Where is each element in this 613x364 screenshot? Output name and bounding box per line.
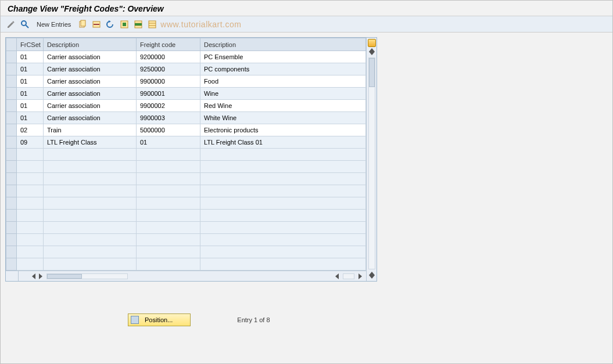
cell-fcode[interactable]: 9200000	[137, 51, 200, 63]
cell-fcode[interactable]	[137, 222, 200, 234]
cell-desc2[interactable]	[200, 197, 366, 210]
cell-frcset[interactable]	[17, 258, 44, 271]
row-selector[interactable]	[6, 112, 17, 124]
cell-desc2[interactable]: White Wine	[200, 112, 366, 124]
cell-desc1[interactable]	[44, 258, 137, 271]
row-selector[interactable]	[6, 197, 17, 210]
cell-fcode[interactable]	[137, 246, 200, 258]
cell-fcode[interactable]: 9900001	[137, 88, 200, 100]
new-entries-button[interactable]: New Entries	[34, 19, 73, 30]
cell-desc2[interactable]: LTL Freight Class 01	[200, 136, 366, 149]
cell-frcset[interactable]: 01	[17, 51, 44, 63]
row-selector-header[interactable]	[6, 38, 17, 51]
row-selector[interactable]	[6, 100, 17, 112]
cell-desc1[interactable]	[44, 149, 137, 161]
delete-icon[interactable]	[92, 19, 101, 30]
cell-frcset[interactable]	[17, 161, 44, 173]
hscroll-track-left[interactable]	[46, 273, 128, 279]
cell-desc1[interactable]	[44, 222, 137, 234]
cell-desc2[interactable]: PC components	[200, 63, 366, 75]
cell-frcset[interactable]	[17, 173, 44, 185]
cell-fcode[interactable]	[137, 234, 200, 246]
col-header-frcset[interactable]: FrCSet	[17, 38, 44, 51]
toggle-change-icon[interactable]	[6, 19, 16, 30]
row-selector[interactable]	[6, 149, 17, 161]
row-selector[interactable]	[6, 63, 17, 75]
cell-desc2[interactable]: Food	[200, 75, 366, 88]
select-all-icon[interactable]	[120, 19, 129, 30]
col-header-desc2[interactable]: Description	[200, 38, 366, 51]
scroll-left-icon[interactable]	[32, 273, 35, 279]
row-selector[interactable]	[6, 258, 17, 271]
cell-fcode[interactable]	[137, 173, 200, 185]
cell-desc2[interactable]: Wine	[200, 88, 366, 100]
cell-desc1[interactable]: Carrier association	[44, 100, 137, 112]
row-selector[interactable]	[6, 185, 17, 197]
col-header-fcode[interactable]: Freight code	[137, 38, 200, 51]
cell-desc2[interactable]	[200, 246, 366, 258]
cell-desc1[interactable]: Carrier association	[44, 63, 137, 75]
cell-fcode[interactable]	[137, 161, 200, 173]
cell-desc1[interactable]	[44, 246, 137, 258]
position-button[interactable]: Position...	[128, 313, 191, 326]
copy-as-icon[interactable]	[78, 19, 87, 30]
cell-desc2[interactable]	[200, 149, 366, 161]
cell-desc2[interactable]: Red Wine	[200, 100, 366, 112]
scroll-down-icon[interactable]	[369, 275, 375, 279]
row-selector[interactable]	[6, 51, 17, 63]
col-header-desc1[interactable]: Description	[44, 38, 137, 51]
cell-desc1[interactable]: Carrier association	[44, 75, 137, 88]
cell-frcset[interactable]: 01	[17, 112, 44, 124]
cell-desc1[interactable]: Train	[44, 124, 137, 136]
scroll-left2-icon[interactable]	[335, 273, 339, 279]
cell-desc1[interactable]	[44, 234, 137, 246]
cell-desc1[interactable]: Carrier association	[44, 112, 137, 124]
scroll-page-up-icon[interactable]	[369, 52, 375, 55]
cell-fcode[interactable]: 01	[137, 136, 200, 149]
row-selector[interactable]	[6, 88, 17, 100]
row-selector[interactable]	[6, 234, 17, 246]
vscroll-track[interactable]	[368, 57, 375, 269]
deselect-all-icon[interactable]	[148, 19, 157, 30]
scroll-right-icon[interactable]	[39, 273, 42, 279]
cell-fcode[interactable]	[137, 185, 200, 197]
cell-frcset[interactable]	[17, 197, 44, 210]
cell-desc2[interactable]: PC Ensemble	[200, 51, 366, 63]
row-selector[interactable]	[6, 222, 17, 234]
hscroll-track-right[interactable]	[343, 273, 354, 279]
cell-fcode[interactable]	[137, 197, 200, 210]
cell-desc1[interactable]: Carrier association	[44, 88, 137, 100]
table-settings-icon[interactable]	[368, 39, 376, 47]
scroll-right2-icon[interactable]	[359, 273, 362, 279]
cell-frcset[interactable]: 01	[17, 75, 44, 88]
select-block-icon[interactable]	[134, 19, 143, 30]
cell-frcset[interactable]	[17, 222, 44, 234]
cell-fcode[interactable]: 5000000	[137, 124, 200, 136]
row-selector[interactable]	[6, 246, 17, 258]
cell-desc1[interactable]: LTL Freight Class	[44, 136, 137, 149]
cell-desc1[interactable]	[44, 210, 137, 222]
cell-desc2[interactable]	[200, 258, 366, 271]
cell-desc2[interactable]	[200, 173, 366, 185]
row-selector[interactable]	[6, 161, 17, 173]
cell-frcset[interactable]	[17, 234, 44, 246]
cell-desc1[interactable]	[44, 197, 137, 210]
cell-fcode[interactable]: 9900002	[137, 100, 200, 112]
cell-fcode[interactable]: 9250000	[137, 63, 200, 75]
cell-desc2[interactable]	[200, 234, 366, 246]
cell-fcode[interactable]: 9900003	[137, 112, 200, 124]
cell-frcset[interactable]: 01	[17, 63, 44, 75]
undo-icon[interactable]	[106, 19, 115, 30]
cell-frcset[interactable]	[17, 246, 44, 258]
row-selector[interactable]	[6, 136, 17, 149]
cell-frcset[interactable]: 02	[17, 124, 44, 136]
cell-desc1[interactable]	[44, 161, 137, 173]
row-selector[interactable]	[6, 75, 17, 88]
details-icon[interactable]	[20, 19, 30, 30]
row-selector[interactable]	[6, 124, 17, 136]
cell-desc1[interactable]	[44, 173, 137, 185]
cell-frcset[interactable]	[17, 185, 44, 197]
cell-frcset[interactable]: 01	[17, 88, 44, 100]
cell-desc2[interactable]	[200, 222, 366, 234]
cell-fcode[interactable]: 9900000	[137, 75, 200, 88]
